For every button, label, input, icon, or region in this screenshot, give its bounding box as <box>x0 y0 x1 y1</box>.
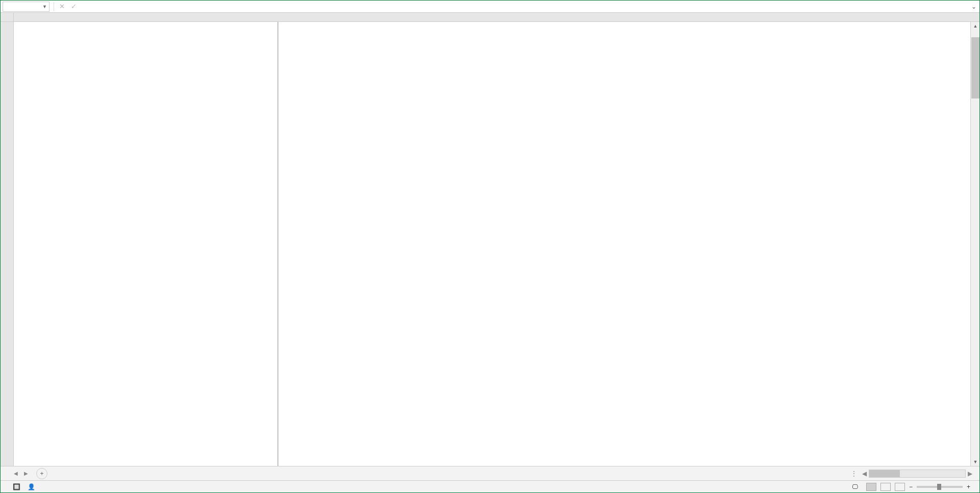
view-pagebreak-icon[interactable] <box>895 483 905 491</box>
tab-split-icon[interactable]: ⋮ <box>851 470 857 477</box>
name-box[interactable]: ▼ <box>3 2 50 12</box>
display-settings-icon[interactable]: 🖵 <box>852 483 858 490</box>
scroll-left-icon[interactable]: ◀ <box>862 470 867 477</box>
chevron-down-icon[interactable]: ▼ <box>42 4 47 9</box>
sheet-tabs-bar: ◀ ▶ + ⋮ ◀ ▶ <box>1 466 979 480</box>
column-headers <box>1 13 979 22</box>
horizontal-scrollbar[interactable]: ⋮ ◀ ▶ <box>47 470 979 478</box>
row-headers <box>1 22 14 466</box>
hscroll-track[interactable] <box>869 470 966 478</box>
vscroll-thumb[interactable] <box>971 37 979 98</box>
cancel-icon[interactable]: ✕ <box>59 3 65 10</box>
sheet-body[interactable] <box>14 22 979 466</box>
zoom-in-icon[interactable]: + <box>967 483 970 490</box>
expand-formula-icon[interactable]: ⌄ <box>971 3 976 10</box>
confirm-icon[interactable]: ✓ <box>71 3 77 10</box>
tab-nav-prev-icon[interactable]: ◀ <box>14 471 18 476</box>
status-bar: 🔲 👤 🖵 − + <box>1 480 979 492</box>
formula-bar: ▼ ✕ ✓ ⌄ <box>1 1 979 13</box>
accessibility-icon[interactable]: 👤 <box>28 483 35 490</box>
zoom-out-icon[interactable]: − <box>909 483 913 490</box>
vertical-scrollbar[interactable]: ▲ ▼ <box>970 22 979 466</box>
view-normal-icon[interactable] <box>866 483 876 491</box>
worksheet-grid[interactable] <box>1 22 979 466</box>
add-sheet-button[interactable]: + <box>36 468 47 479</box>
zoom-knob[interactable] <box>937 484 941 490</box>
separator <box>54 2 54 11</box>
scroll-down-icon[interactable]: ▼ <box>971 458 980 466</box>
freeze-line-vertical <box>278 22 278 466</box>
formula-input[interactable] <box>86 2 968 12</box>
hscroll-thumb[interactable] <box>869 470 900 477</box>
select-all-corner[interactable] <box>1 13 14 21</box>
zoom-slider[interactable] <box>917 486 963 488</box>
view-layout-icon[interactable] <box>880 483 891 491</box>
tab-nav-next-icon[interactable]: ▶ <box>24 471 28 476</box>
scroll-right-icon[interactable]: ▶ <box>968 470 972 477</box>
macro-record-icon[interactable]: 🔲 <box>13 483 20 490</box>
scroll-up-icon[interactable]: ▲ <box>971 22 980 30</box>
